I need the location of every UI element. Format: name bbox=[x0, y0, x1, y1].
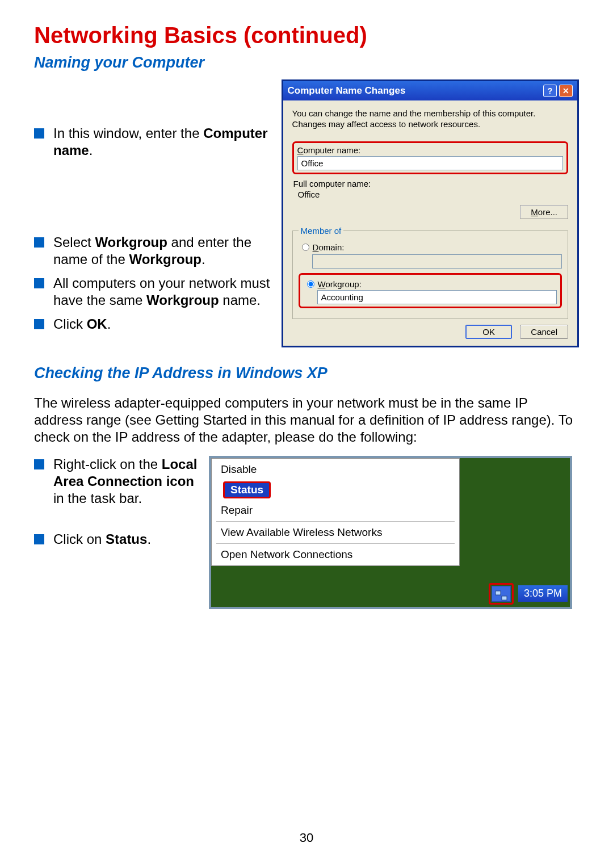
page-title: Networking Basics (continued) bbox=[34, 23, 579, 48]
t: Workgroup bbox=[129, 251, 201, 267]
domain-input bbox=[312, 254, 562, 269]
system-tray: 3:05 PM bbox=[489, 583, 568, 605]
t: W bbox=[318, 279, 326, 289]
network-tray-icon[interactable] bbox=[492, 586, 511, 602]
instructions-col-2: Right-click on the Local Area Connection… bbox=[34, 456, 199, 572]
instr-1: In this window, enter the Computer name. bbox=[34, 125, 270, 159]
svg-rect-1 bbox=[502, 596, 507, 600]
domain-label: Domain: bbox=[313, 242, 345, 252]
context-menu: Disable Status Repair View Available Wir… bbox=[211, 458, 460, 566]
computer-name-dialog: Computer Name Changes ? ✕ You can change… bbox=[282, 79, 579, 347]
t: Workgroup bbox=[146, 292, 219, 308]
menu-repair[interactable]: Repair bbox=[213, 502, 458, 519]
close-button[interactable]: ✕ bbox=[559, 85, 573, 97]
t: Click on bbox=[53, 531, 106, 547]
t: M bbox=[531, 207, 538, 217]
menu-separator bbox=[216, 543, 455, 544]
workgroup-highlight: Workgroup: bbox=[299, 273, 562, 308]
menu-status[interactable]: Status bbox=[215, 479, 456, 501]
t: . bbox=[107, 316, 111, 332]
instr-5: Right-click on the Local Area Connection… bbox=[34, 456, 199, 507]
member-of-legend: Member of bbox=[299, 226, 344, 236]
more-button[interactable]: More... bbox=[520, 205, 568, 219]
menu-open-connections[interactable]: Open Network Connections bbox=[213, 546, 458, 563]
svg-rect-0 bbox=[496, 591, 501, 595]
ip-paragraph: The wireless adapter-equipped computers … bbox=[34, 395, 579, 446]
instr-2: Select Workgroup and enter the name of t… bbox=[34, 234, 270, 268]
t: . bbox=[201, 251, 205, 267]
t: D bbox=[313, 242, 319, 252]
t: omain: bbox=[318, 242, 344, 252]
t: omputer name: bbox=[303, 145, 360, 155]
domain-radio[interactable] bbox=[302, 244, 309, 251]
help-button[interactable]: ? bbox=[543, 85, 557, 97]
menu-view-networks[interactable]: View Available Wireless Networks bbox=[213, 524, 458, 541]
member-of-group: Member of Domain: Workgroup: bbox=[292, 226, 568, 319]
menu-disable[interactable]: Disable bbox=[213, 461, 458, 478]
section-ip-check: Checking the IP Address in Windows XP Th… bbox=[34, 364, 579, 609]
dialog-description: You can change the name and the membersh… bbox=[292, 108, 568, 130]
t: C bbox=[297, 145, 304, 155]
workgroup-label: Workgroup: bbox=[318, 279, 362, 289]
subtitle-naming: Naming your Computer bbox=[34, 54, 579, 72]
menu-separator bbox=[216, 521, 455, 522]
instructions-col-1: In this window, enter the Computer name.… bbox=[34, 79, 270, 339]
workgroup-radio[interactable] bbox=[307, 280, 314, 288]
t: Right-click on the bbox=[53, 456, 162, 472]
computer-name-label: Computer name: bbox=[297, 145, 563, 155]
top-section: In this window, enter the Computer name.… bbox=[34, 79, 579, 347]
t: ore... bbox=[538, 207, 557, 217]
full-name-value: Office bbox=[298, 190, 568, 199]
t: Select bbox=[53, 234, 95, 250]
t: Status bbox=[106, 531, 147, 547]
t: name. bbox=[219, 292, 261, 308]
t: . bbox=[147, 531, 151, 547]
full-name-label: Full computer name: bbox=[293, 179, 568, 188]
network-icon-highlight bbox=[489, 583, 514, 605]
computer-name-highlight: Computer name: bbox=[292, 141, 568, 174]
dialog-title-text: Computer Name Changes bbox=[288, 85, 541, 97]
dialog-titlebar[interactable]: Computer Name Changes ? ✕ bbox=[283, 81, 577, 100]
t: orkgroup: bbox=[325, 279, 361, 289]
taskbar-screenshot: Disable Status Repair View Available Wir… bbox=[209, 456, 572, 609]
tray-clock: 3:05 PM bbox=[518, 585, 568, 602]
instr-3: All computers on your network must have … bbox=[34, 275, 270, 309]
t: Workgroup bbox=[95, 234, 167, 250]
cancel-button[interactable]: Cancel bbox=[520, 325, 568, 339]
status-label: Status bbox=[223, 481, 271, 498]
t: In this window, enter the bbox=[53, 125, 203, 141]
computer-name-input[interactable] bbox=[297, 156, 563, 170]
t: in the task bar. bbox=[53, 490, 142, 506]
t: OK bbox=[87, 316, 107, 332]
t: . bbox=[89, 142, 93, 158]
subtitle-ip: Checking the IP Address in Windows XP bbox=[34, 364, 579, 382]
t: Click bbox=[53, 316, 87, 332]
instr-6: Click on Status. bbox=[34, 531, 199, 548]
page-number: 30 bbox=[300, 831, 313, 845]
workgroup-input[interactable] bbox=[317, 290, 557, 304]
ok-button[interactable]: OK bbox=[465, 325, 512, 339]
instr-4: Click OK. bbox=[34, 316, 270, 333]
